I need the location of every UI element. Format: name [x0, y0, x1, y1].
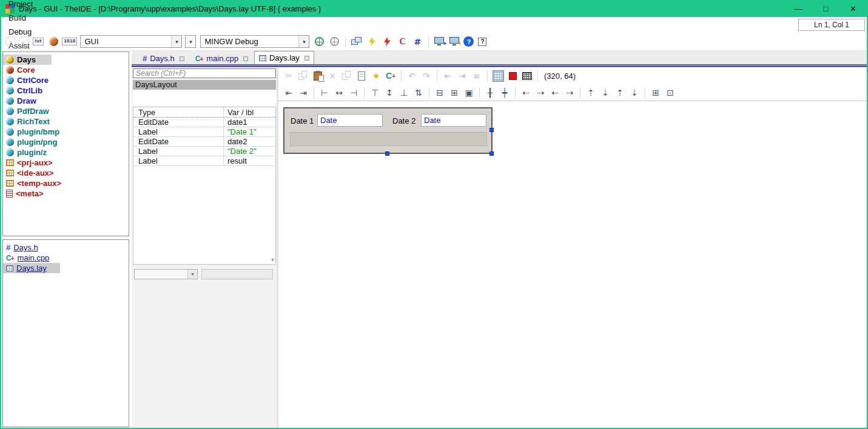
add-item-icon[interactable]: ★	[369, 69, 383, 82]
context-help-icon[interactable]: ?	[476, 35, 489, 48]
package-item[interactable]: CtrlCore	[3, 75, 129, 85]
resize-handle-right[interactable]	[490, 128, 494, 132]
package-item[interactable]: plugin/bmp	[3, 127, 129, 137]
decrease-horizontal-spacing-icon[interactable]: ⇠	[548, 86, 562, 99]
date1-edit-ctrl[interactable]: Date	[317, 114, 383, 127]
package-item[interactable]: <temp-aux>	[3, 178, 129, 188]
cut-icon[interactable]: ✂	[282, 69, 295, 82]
align-top-icon[interactable]: ⊤	[368, 86, 382, 99]
tab-days-lay[interactable]: Days.lay	[254, 51, 314, 64]
renumber-items-icon[interactable]: ≡	[470, 69, 483, 82]
result-label-ctrl[interactable]	[290, 132, 487, 146]
center-vertically-icon[interactable]: ↕	[383, 86, 396, 99]
same-height-icon[interactable]: ⊞	[448, 86, 461, 99]
item-row[interactable]: Label"Date 1"	[133, 127, 275, 137]
paste-icon[interactable]	[311, 69, 325, 82]
same-size-icon[interactable]: ▣	[462, 86, 476, 99]
center-horizontal-in-parent-icon[interactable]: ╂	[483, 86, 497, 99]
snap-to-grid-icon[interactable]: ⊞	[649, 86, 662, 99]
align-bottom-icon[interactable]: ⊥	[397, 86, 411, 99]
maximize-button[interactable]: □	[812, 0, 839, 17]
execute-icon[interactable]: ▸	[433, 35, 446, 48]
text-file-mode-icon[interactable]: txt	[32, 35, 45, 48]
align-left-icon[interactable]: ⊢	[318, 86, 331, 99]
move-item-up-icon[interactable]: ⇤	[441, 69, 454, 82]
file-item[interactable]: C+main.cpp	[3, 253, 129, 263]
chevron-down-icon[interactable]: ▾	[171, 36, 181, 47]
chevron-down-icon[interactable]: ▾	[298, 36, 309, 47]
date1-label-ctrl[interactable]: Date 1	[291, 116, 314, 125]
copy-icon[interactable]	[297, 69, 310, 82]
date2-edit-ctrl[interactable]: Date	[421, 114, 486, 127]
item-row[interactable]: Labelresult	[133, 156, 275, 166]
increase-horizontal-spacing-icon[interactable]: ⇢	[534, 86, 547, 99]
undo-icon[interactable]: ↶	[405, 69, 419, 82]
remove-horizontal-spacing-icon[interactable]: ⇢	[563, 86, 576, 99]
help-topics-icon[interactable]: ?	[463, 36, 474, 47]
equal-horizontal-spacing-icon[interactable]: ⇠	[519, 86, 533, 99]
build-method-combo[interactable]: MINGW Debug▾	[200, 35, 309, 48]
package-item[interactable]: plugin/z	[3, 147, 129, 158]
file-item[interactable]: Days.lay	[3, 263, 129, 273]
center-vertical-in-parent-icon[interactable]: ┿	[498, 86, 511, 99]
increase-vertical-spacing-icon[interactable]: ⇣	[599, 86, 612, 99]
center-horizontally-icon[interactable]: ↔	[332, 86, 346, 99]
package-item[interactable]: CtrlLib	[3, 85, 129, 96]
item-row[interactable]: EditDatedate2	[133, 137, 275, 147]
tab-days-h[interactable]: #Days.h	[138, 52, 189, 64]
tab-status-box[interactable]	[180, 56, 184, 61]
align-right-edge-icon[interactable]: ⇥	[297, 86, 310, 99]
file-item[interactable]: #Days.h	[3, 242, 129, 253]
cpp-code-icon[interactable]: C+	[384, 69, 397, 82]
resize-handle-bottom[interactable]	[385, 151, 389, 156]
package-menu-button[interactable]: ▾	[185, 35, 196, 48]
package-item[interactable]: <ide-aux>	[3, 168, 129, 178]
designed-dialog[interactable]: Date 1 Date Date 2 Date	[283, 107, 493, 154]
align-right-icon[interactable]: ⊣	[347, 86, 360, 99]
menu-item-project[interactable]: Project	[4, 0, 38, 11]
minimize-button[interactable]: —	[785, 0, 812, 17]
delete-icon[interactable]: ×	[326, 69, 339, 82]
preprocess-file-icon[interactable]: #	[411, 35, 424, 48]
package-item[interactable]: Days	[3, 55, 129, 65]
package-item[interactable]: RichText	[3, 116, 129, 127]
package-mode-icon[interactable]	[47, 35, 60, 48]
navigate-forward-icon[interactable]: ▸	[18, 36, 30, 47]
resize-handle-bottom-right[interactable]	[490, 151, 494, 156]
item-row[interactable]: Label"Date 2"	[133, 147, 275, 156]
tab-main-cpp[interactable]: C+main.cpp	[190, 52, 253, 64]
tab-status-box[interactable]	[304, 56, 309, 61]
compile-file-icon[interactable]: C	[395, 35, 409, 48]
decrease-vertical-spacing-icon[interactable]: ⇡	[613, 86, 627, 99]
debug-build-icon[interactable]	[380, 35, 394, 48]
sync-repositories-icon[interactable]	[312, 35, 326, 48]
layout-search-input[interactable]	[133, 68, 276, 78]
package-item[interactable]: <meta>	[3, 188, 129, 199]
align-left-edge-icon[interactable]: ⇤	[282, 86, 295, 99]
open-windows-icon[interactable]	[350, 35, 363, 48]
package-item[interactable]: PdfDraw	[3, 106, 129, 116]
item-property-combo[interactable]: ▾	[134, 269, 198, 279]
duplicate-icon[interactable]	[340, 69, 354, 82]
package-item[interactable]: <prj-aux>	[3, 158, 129, 168]
move-item-down-icon[interactable]: ⇥	[456, 69, 469, 82]
grid-toggle-icon[interactable]	[491, 69, 505, 82]
package-item[interactable]: plugin/png	[3, 137, 129, 147]
edit-source-icon[interactable]	[355, 69, 368, 82]
redo-icon[interactable]: ↷	[420, 69, 433, 82]
main-package-combo[interactable]: GUI▾	[80, 35, 182, 48]
close-button[interactable]: ✕	[839, 0, 867, 17]
table-scroll-down-icon[interactable]: ▾	[271, 256, 274, 263]
execute-advanced-icon[interactable]: ★	[448, 35, 462, 48]
build-package-icon[interactable]	[365, 35, 378, 48]
layout-list-item[interactable]: DaysLayout	[133, 80, 276, 90]
design-canvas[interactable]: Date 1 Date Date 2 Date	[278, 101, 867, 428]
remove-vertical-spacing-icon[interactable]: ⇣	[628, 86, 641, 99]
preview-layout-icon[interactable]: ⊡	[664, 86, 677, 99]
package-item[interactable]: Core	[3, 65, 129, 75]
equal-vertical-spacing-icon[interactable]: ⇡	[584, 86, 597, 99]
navigate-back-icon[interactable]: ◂	[5, 36, 16, 47]
sync-repositories-alt-icon[interactable]	[328, 35, 341, 48]
menu-item-build[interactable]: Build	[4, 11, 38, 25]
layout-status-color-icon[interactable]	[506, 69, 519, 82]
